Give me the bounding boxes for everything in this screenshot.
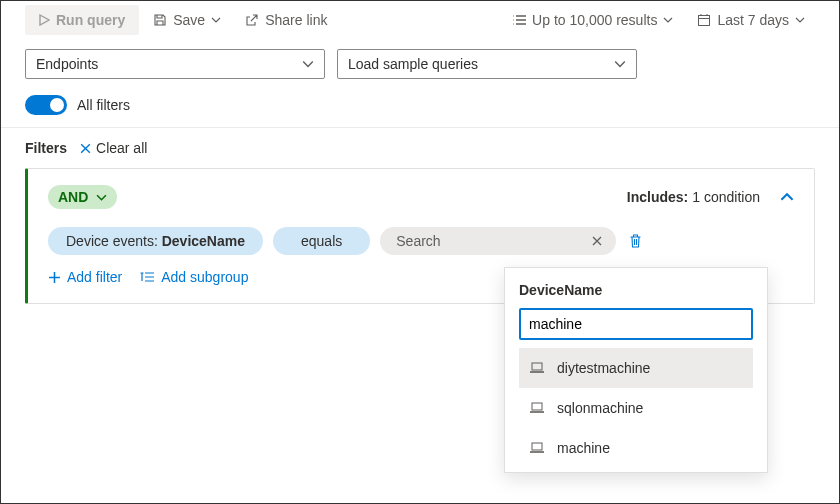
svg-rect-2 [532,403,542,410]
includes-label: Includes: [627,189,688,205]
popover-search-input[interactable] [519,308,753,340]
device-option[interactable]: sqlonmachine [519,388,753,428]
filters-toggle-row: All filters [1,91,839,127]
clear-search-icon[interactable] [584,228,610,254]
filters-title: Filters [25,140,67,156]
filters-header: Filters Clear all [1,128,839,168]
device-option-label: diytestmachine [557,360,650,376]
chevron-down-icon [614,58,626,70]
sample-value: Load sample queries [348,56,478,72]
panel-header: AND Includes: 1 condition [48,185,794,209]
popover-title: DeviceName [519,282,753,298]
plus-icon [48,271,61,284]
field-prefix: Device events: [66,233,162,249]
delete-condition-button[interactable] [628,233,643,249]
laptop-icon [529,442,545,454]
run-query-button[interactable]: Run query [25,5,139,35]
add-subgroup-button[interactable]: Add subgroup [140,269,248,285]
add-filter-label: Add filter [67,269,122,285]
save-icon [153,13,167,27]
all-filters-label: All filters [77,97,130,113]
chevron-down-icon [663,15,673,25]
includes-count: 1 condition [692,189,760,205]
device-option[interactable]: machine [519,428,753,468]
boolean-operator-pill[interactable]: AND [48,185,117,209]
all-filters-toggle[interactable] [25,95,67,115]
play-icon [39,14,50,26]
calendar-icon [697,13,711,27]
toolbar: Run query Save Share link Up to 10,000 r… [1,1,839,45]
operator-pill[interactable]: equals [273,227,370,255]
condition-row: Device events: DeviceName equals [48,227,794,255]
device-name-popover: DeviceName diytestmachinesqlonmachinemac… [504,267,768,473]
svg-rect-0 [699,16,710,26]
close-icon [79,142,92,155]
add-subgroup-label: Add subgroup [161,269,248,285]
subgroup-icon [140,271,155,284]
scope-dropdown[interactable]: Endpoints [25,49,325,79]
field-name: DeviceName [162,233,245,249]
scope-value: Endpoints [36,56,98,72]
value-search-pill[interactable] [380,227,616,255]
sample-queries-dropdown[interactable]: Load sample queries [337,49,637,79]
list-icon [512,14,526,26]
device-option-label: machine [557,440,610,456]
chevron-down-icon [795,15,805,25]
value-search-input[interactable] [396,227,584,255]
clear-all-button[interactable]: Clear all [79,140,147,156]
field-pill[interactable]: Device events: DeviceName [48,227,263,255]
share-label: Share link [265,12,327,28]
results-label: Up to 10,000 results [532,12,657,28]
operator-label: equals [301,233,342,249]
boolean-label: AND [58,189,88,205]
collapse-button[interactable] [780,190,794,204]
add-filter-button[interactable]: Add filter [48,269,122,285]
time-range-button[interactable]: Last 7 days [687,6,815,34]
clear-all-label: Clear all [96,140,147,156]
share-link-button[interactable]: Share link [235,6,337,34]
save-label: Save [173,12,205,28]
svg-rect-3 [532,443,542,450]
filter-group-panel: AND Includes: 1 condition Device events:… [25,168,815,304]
chevron-down-icon [96,192,107,203]
laptop-icon [529,402,545,414]
run-query-label: Run query [56,12,125,28]
device-option[interactable]: diytestmachine [519,348,753,388]
device-option-label: sqlonmachine [557,400,643,416]
laptop-icon [529,362,545,374]
time-range-label: Last 7 days [717,12,789,28]
chevron-down-icon [302,58,314,70]
chevron-down-icon [211,15,221,25]
save-button[interactable]: Save [143,6,231,34]
results-limit-button[interactable]: Up to 10,000 results [502,6,683,34]
svg-rect-1 [532,363,542,370]
scope-row: Endpoints Load sample queries [1,45,839,91]
share-icon [245,13,259,27]
